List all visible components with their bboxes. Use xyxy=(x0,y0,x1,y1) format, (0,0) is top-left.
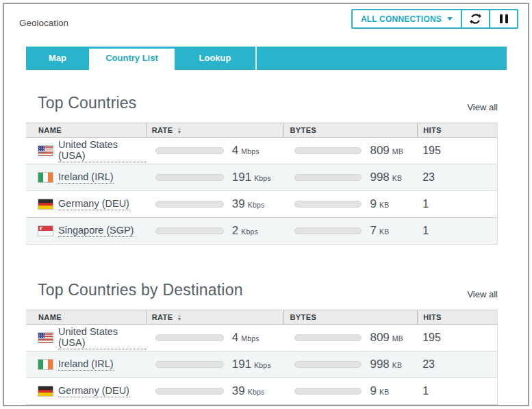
bytes-bar-track xyxy=(294,174,362,181)
column-header-hits: HITS xyxy=(417,123,497,137)
tab-bar: Map Country List Lookup xyxy=(26,47,507,70)
column-header-rate[interactable]: RATE ▲ ▼ xyxy=(146,310,284,324)
top-countries-table: NAME RATE ▲ ▼ BYTES HITS United States (… xyxy=(26,123,498,245)
rate-value: 39 Kbps xyxy=(232,384,265,398)
country-link[interactable]: Germany (DEU) xyxy=(58,198,129,210)
bytes-value: 7 KB xyxy=(370,224,389,238)
tab-country-list[interactable]: Country List xyxy=(89,47,175,70)
bytes-bar-track xyxy=(294,361,362,368)
bytes-value: 809 MB xyxy=(370,144,403,158)
hits-value: 195 xyxy=(422,145,441,157)
column-header-name: NAME xyxy=(26,310,146,324)
country-flag-icon xyxy=(38,199,53,209)
bytes-bar-track xyxy=(294,334,362,341)
country-flag-icon xyxy=(38,146,53,156)
hits-value: 1 xyxy=(422,225,429,237)
rate-value: 4 Mbps xyxy=(232,144,259,158)
country-link[interactable]: Germany (DEU) xyxy=(58,385,129,397)
country-flag-icon xyxy=(38,386,53,396)
table-row: Germany (DEU) 39 Kbps 9 KB 1 xyxy=(26,191,497,218)
country-link[interactable]: Ireland (IRL) xyxy=(58,171,114,184)
rate-value: 191 Kbps xyxy=(232,358,271,371)
bytes-value: 998 KB xyxy=(370,358,402,371)
table-body: United States (USA) 4 Mbps 809 MB 195 xyxy=(26,325,497,405)
table-header: NAME RATE ▲ ▼ BYTES HITS xyxy=(26,123,497,138)
hits-value: 23 xyxy=(422,358,435,371)
refresh-icon xyxy=(470,13,481,25)
country-link[interactable]: United States (USA) xyxy=(58,139,146,162)
all-connections-label: ALL CONNECTIONS xyxy=(361,14,442,24)
top-countries-destination-table: NAME RATE ▲ ▼ BYTES HITS United States (… xyxy=(26,310,498,405)
refresh-button[interactable] xyxy=(461,10,489,27)
rate-bar-track xyxy=(155,227,224,234)
country-flag-icon xyxy=(38,333,53,343)
hits-value: 195 xyxy=(422,332,441,344)
column-header-name: NAME xyxy=(26,123,146,137)
rate-value: 2 Kbps xyxy=(232,224,258,238)
tab-map[interactable]: Map xyxy=(26,47,89,70)
rate-bar-track xyxy=(155,361,224,368)
bytes-value: 809 MB xyxy=(370,331,403,345)
bytes-bar-track xyxy=(294,147,362,154)
table-body: United States (USA) 4 Mbps 809 MB 195 xyxy=(26,138,497,245)
country-flag-icon xyxy=(38,226,53,236)
column-header-bytes: BYTES xyxy=(283,310,417,324)
country-link[interactable]: Ireland (IRL) xyxy=(58,358,114,371)
bytes-bar-track xyxy=(294,227,362,234)
rate-value: 191 Kbps xyxy=(232,171,271,184)
sort-icon: ▲ ▼ xyxy=(177,314,181,321)
rate-value: 4 Mbps xyxy=(232,331,259,345)
country-link[interactable]: United States (USA) xyxy=(58,326,146,349)
rate-bar-track xyxy=(155,334,224,341)
rate-value: 39 Kbps xyxy=(232,197,265,211)
hits-value: 1 xyxy=(422,198,429,210)
rate-bar-track xyxy=(155,147,224,154)
column-header-bytes: BYTES xyxy=(283,123,417,137)
tab-lookup[interactable]: Lookup xyxy=(175,47,257,70)
all-connections-dropdown[interactable]: ALL CONNECTIONS xyxy=(353,10,461,27)
column-header-hits: HITS xyxy=(417,310,497,324)
bytes-value: 9 KB xyxy=(370,384,389,398)
view-all-link[interactable]: View all xyxy=(467,289,498,299)
hits-value: 1 xyxy=(422,385,429,397)
toolbar-button-group: ALL CONNECTIONS xyxy=(351,9,518,29)
table-header: NAME RATE ▲ ▼ BYTES HITS xyxy=(26,310,497,325)
country-flag-icon xyxy=(38,173,53,182)
bytes-value: 998 KB xyxy=(370,171,402,184)
hits-value: 23 xyxy=(422,171,435,184)
country-link[interactable]: Singapore (SGP) xyxy=(58,225,134,237)
geolocation-window: Geolocation ALL CONNECTIONS Map Country xyxy=(3,3,529,406)
bytes-bar-track xyxy=(294,201,362,208)
pause-button[interactable] xyxy=(489,10,517,27)
view-all-link[interactable]: View all xyxy=(467,102,498,112)
top-countries-destination-section: Top Countries by Destination View all NA… xyxy=(4,282,528,405)
rate-bar-track xyxy=(155,174,224,181)
rate-bar-track xyxy=(155,388,224,395)
table-row: Singapore (SGP) 2 Kbps 7 KB 1 xyxy=(26,218,497,245)
table-row: United States (USA) 4 Mbps 809 MB 195 xyxy=(26,325,497,351)
table-row: Ireland (IRL) 191 Kbps 998 KB 23 xyxy=(26,351,497,378)
table-row: Ireland (IRL) 191 Kbps 998 KB 23 xyxy=(26,164,497,191)
country-flag-icon xyxy=(38,360,53,369)
pause-icon xyxy=(500,14,508,23)
bytes-bar-track xyxy=(294,388,362,395)
section-title: Top Countries by Destination xyxy=(38,281,243,299)
rate-bar-track xyxy=(155,201,224,208)
section-title: Top Countries xyxy=(38,94,137,112)
column-header-rate[interactable]: RATE ▲ ▼ xyxy=(146,123,284,137)
caret-down-icon xyxy=(447,17,453,21)
table-row: United States (USA) 4 Mbps 809 MB 195 xyxy=(26,138,497,164)
sort-icon: ▲ ▼ xyxy=(177,127,181,134)
bytes-value: 9 KB xyxy=(370,197,389,211)
table-row: Germany (DEU) 39 Kbps 9 KB 1 xyxy=(26,378,497,405)
top-countries-section: Top Countries View all NAME RATE ▲ ▼ BYT… xyxy=(4,95,528,245)
